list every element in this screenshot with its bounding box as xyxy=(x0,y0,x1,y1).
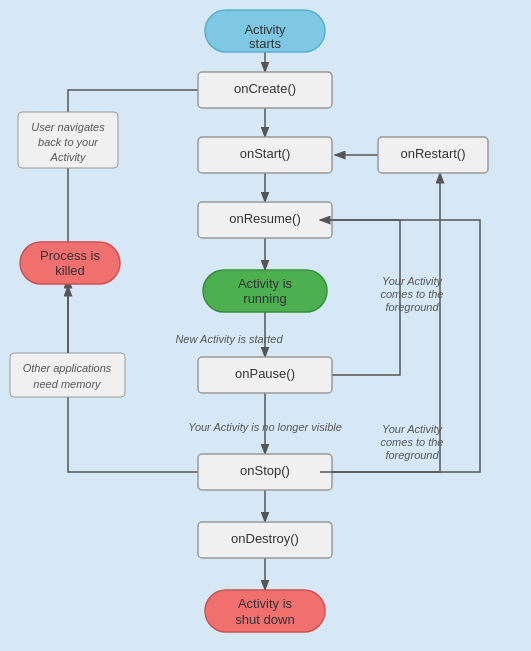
activity-shutdown-label2: shut down xyxy=(235,612,294,627)
ondestroy-label: onDestroy() xyxy=(231,531,299,546)
onpause-label: onPause() xyxy=(235,366,295,381)
comes-foreground2-label3: foreground xyxy=(385,449,439,461)
activity-shutdown-label: Activity is xyxy=(238,596,293,611)
onstart-label: onStart() xyxy=(240,146,291,161)
user-navigates-label2: back to your xyxy=(38,136,99,148)
process-killed-label: Process is xyxy=(40,248,100,263)
activity-running-label: Activity is xyxy=(238,276,293,291)
other-apps-label2: need memory xyxy=(33,378,102,390)
comes-foreground2-label2: comes to the xyxy=(381,436,444,448)
other-apps-label: Other applications xyxy=(23,362,112,374)
oncreate-label: onCreate() xyxy=(234,81,296,96)
onrestart-label: onRestart() xyxy=(400,146,465,161)
onstop-label: onStop() xyxy=(240,463,290,478)
comes-foreground2-label: Your Activity xyxy=(382,423,444,435)
comes-foreground1-label3: foreground xyxy=(385,301,439,313)
activity-running-label2: running xyxy=(243,291,286,306)
comes-foreground1-label2: comes to the xyxy=(381,288,444,300)
other-apps-box xyxy=(10,353,125,397)
onresume-label: onResume() xyxy=(229,211,301,226)
activity-starts-label: Activity xyxy=(244,22,286,37)
process-killed-label2: killed xyxy=(55,263,85,278)
no-longer-visible-label: Your Activity is no longer visible xyxy=(188,421,342,433)
comes-foreground1-label: Your Activity xyxy=(382,275,444,287)
user-navigates-label: User navigates xyxy=(31,121,105,133)
new-activity-label: New Activity is started xyxy=(175,333,283,345)
activity-starts-label2: starts xyxy=(249,36,281,51)
user-navigates-label3: Activity xyxy=(50,151,87,163)
